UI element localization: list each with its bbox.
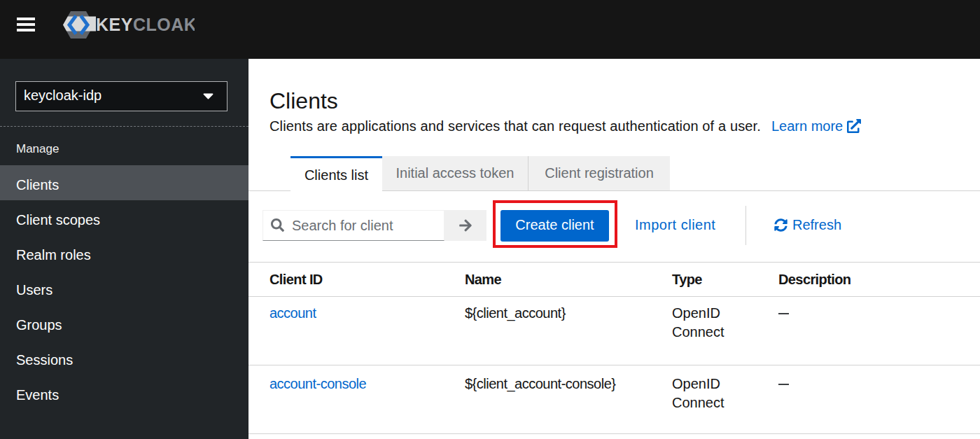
svg-text:KEYCLOAK: KEYCLOAK [96,15,195,34]
